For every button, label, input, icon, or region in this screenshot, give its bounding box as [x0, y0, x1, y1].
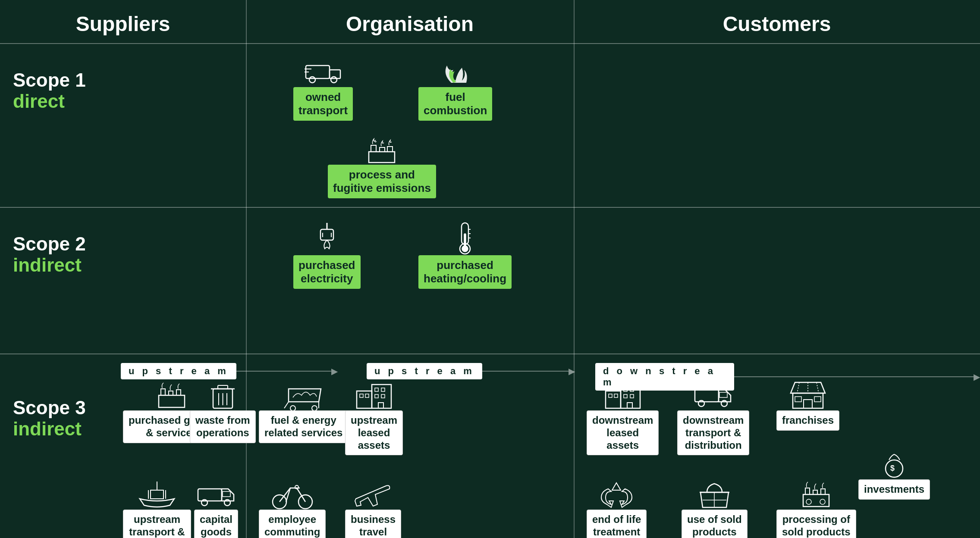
airplane-icon: [352, 479, 395, 510]
buildings2-icon: [603, 380, 642, 410]
svg-rect-60: [614, 394, 618, 397]
svg-rect-6: [369, 152, 395, 163]
truck-icon: [304, 57, 342, 87]
svg-marker-36: [222, 489, 234, 501]
business-travel-item: businesstravel: [345, 479, 401, 538]
svg-rect-8: [380, 147, 385, 152]
downstream-transport-label: downstreamtransport &distribution: [677, 410, 749, 455]
svg-rect-52: [378, 403, 383, 408]
svg-rect-50: [375, 394, 378, 398]
waste-operations-item: waste fromoperations: [190, 380, 256, 443]
ship-icon: [135, 479, 179, 510]
upstream-suppliers-banner: u p s t r e a m ▶: [121, 363, 338, 379]
scope1-label: Scope 1 direct: [13, 70, 86, 112]
svg-rect-71: [793, 393, 823, 408]
svg-rect-49: [381, 388, 385, 391]
scope1-section: Scope 1 direct ownedtransport: [0, 43, 980, 207]
svg-point-3: [331, 77, 337, 83]
process-fugitive-label: process andfugitive emissions: [328, 165, 436, 198]
upstream-org-banner: u p s t r e a m ▶: [367, 363, 575, 379]
svg-point-17: [462, 246, 468, 252]
upstream-leased-item: upstreamleasedassets: [345, 380, 403, 455]
recycle-icon: [598, 479, 635, 510]
flame-icon: [438, 57, 473, 87]
svg-rect-22: [161, 389, 165, 395]
purchased-electricity-label: purchasedelectricity: [293, 255, 361, 289]
upstream-suppliers-label: u p s t r e a m: [121, 363, 236, 379]
capital-goods-item: capitalgoods: [194, 479, 238, 538]
svg-rect-81: [805, 488, 810, 494]
header-suppliers: Suppliers: [0, 12, 246, 36]
svg-rect-16: [464, 234, 466, 246]
downstream-leased-item: downstreamleasedassets: [587, 380, 659, 455]
svg-line-75: [797, 382, 799, 393]
svg-rect-66: [695, 390, 719, 402]
svg-rect-7: [371, 145, 376, 152]
svg-rect-46: [360, 394, 363, 397]
business-travel-label: businesstravel: [345, 510, 401, 538]
process-fugitive-item: process andfugitive emissions: [328, 134, 436, 198]
scope2-label: Scope 2 indirect: [13, 234, 86, 276]
owned-transport-item: ownedtransport: [293, 57, 353, 121]
svg-rect-9: [387, 147, 393, 152]
capital-goods-label: capitalgoods: [194, 510, 238, 538]
basket-icon: [696, 479, 733, 510]
svg-point-2: [309, 77, 315, 83]
processing-icon: [797, 479, 836, 510]
trash-icon: [207, 380, 239, 410]
svg-line-40: [284, 402, 289, 408]
purchased-heating-label: purchasedheating/cooling: [418, 255, 512, 289]
svg-rect-65: [627, 403, 632, 408]
fuel-energy-item: fuel & energyrelated services: [259, 380, 348, 443]
money-icon: $: [876, 449, 913, 479]
svg-point-42: [290, 406, 295, 410]
header-row: Suppliers Organisation Customers: [0, 0, 980, 43]
svg-text:$: $: [890, 464, 895, 472]
fuel-combustion-label: fuelcombustion: [418, 87, 492, 121]
svg-point-43: [312, 406, 317, 410]
scope2-section: Scope 2 indirect purchasedelectricity: [0, 207, 980, 353]
delivery-truck2-icon: [693, 380, 734, 410]
plug-icon: [310, 221, 344, 255]
svg-rect-24: [176, 390, 181, 395]
bicycle-icon: [271, 479, 314, 510]
scope3-section: Scope 3 indirect u p s t r e a m ▶ u p s…: [0, 353, 980, 538]
purchased-heating-item: purchasedheating/cooling: [418, 221, 512, 289]
svg-rect-64: [630, 394, 634, 398]
svg-rect-35: [198, 489, 222, 501]
header-customers: Customers: [574, 12, 980, 36]
processing-sold-item: processing ofsold products: [776, 479, 856, 538]
purchased-electricity-item: purchasedelectricity: [293, 221, 361, 289]
main-diagram: Suppliers Organisation Customers Scope 1…: [0, 0, 980, 538]
delivery-truck-icon: [196, 479, 237, 510]
svg-rect-74: [814, 397, 821, 402]
svg-line-77: [817, 382, 819, 393]
investments-item: $ investments: [858, 449, 930, 500]
svg-rect-59: [609, 394, 612, 397]
employee-commuting-label: employeecommuting: [259, 510, 326, 538]
svg-point-84: [806, 499, 811, 504]
svg-rect-61: [624, 388, 627, 391]
svg-rect-73: [795, 397, 801, 402]
upstream-leased-label: upstreamleasedassets: [345, 410, 403, 455]
svg-rect-21: [159, 395, 185, 407]
upstream-org-label: u p s t r e a m: [367, 363, 482, 379]
factory2-icon: [152, 380, 191, 410]
svg-rect-70: [719, 392, 727, 397]
end-of-life-label: end of lifetreatment: [587, 510, 647, 538]
investments-label: investments: [858, 479, 930, 500]
downstream-transport-item: downstreamtransport &distribution: [677, 380, 749, 455]
downstream-leased-label: downstreamleasedassets: [587, 410, 659, 455]
svg-rect-39: [223, 491, 230, 497]
upstream-transport-item: upstreamtransport &distribution: [123, 479, 191, 538]
svg-rect-63: [624, 394, 627, 398]
processing-sold-label: processing ofsold products: [776, 510, 856, 538]
thermometer-icon: [452, 221, 478, 255]
upstream-transport-label: upstreamtransport &distribution: [123, 510, 191, 538]
content-area: Scope 1 direct ownedtransport: [0, 43, 980, 538]
franchises-label: franchises: [776, 410, 839, 431]
scope3-label: Scope 3 indirect: [13, 397, 86, 440]
shop-icon: [788, 380, 827, 410]
fuel-energy-label: fuel & energyrelated services: [259, 410, 348, 443]
factory-icon: [360, 134, 403, 165]
